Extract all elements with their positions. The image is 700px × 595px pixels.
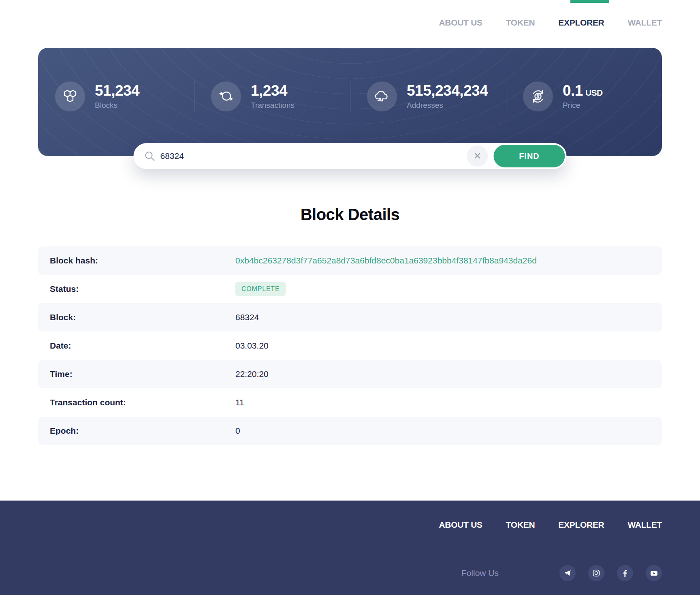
stat-price-label: Price <box>563 101 603 110</box>
stat-transactions-value: 1,234 <box>251 83 295 99</box>
top-header: ABOUT US TOKEN EXPLORER WALLET <box>0 0 700 48</box>
time-value: 22:20:20 <box>235 369 269 379</box>
stat-blocks-label: Blocks <box>95 101 139 110</box>
block-number-value: 68324 <box>235 312 259 322</box>
table-row-date: Date: 03.03.20 <box>38 332 662 360</box>
footer-nav-wallet[interactable]: WALLET <box>627 520 662 530</box>
stat-price-value: 0.1USD <box>563 83 603 99</box>
footer: ABOUT US TOKEN EXPLORER WALLET Follow Us <box>0 501 700 595</box>
footer-social-section: Follow Us <box>461 565 662 581</box>
table-row-status: Status: COMPLETE <box>38 275 662 303</box>
instagram-icon[interactable] <box>588 565 604 581</box>
table-row-transaction-count: Transaction count: 11 <box>38 388 662 417</box>
stat-price-unit: USD <box>585 88 603 97</box>
price-icon <box>523 81 553 111</box>
hero-banner: 51,234 Blocks 1,234 Transactions <box>38 48 662 156</box>
stat-blocks: 51,234 Blocks <box>38 81 194 111</box>
table-row-block: Block: 68324 <box>38 303 662 332</box>
row-label: Transaction count: <box>38 398 235 407</box>
table-row-epoch: Epoch: 0 <box>38 417 662 445</box>
facebook-icon[interactable] <box>617 565 633 581</box>
block-hash-value[interactable]: 0xb4bc263278d3f77a652a8d73a6bfd8ec0ba1a6… <box>235 256 537 265</box>
top-nav: ABOUT US TOKEN EXPLORER WALLET <box>439 18 662 28</box>
social-links <box>559 565 662 581</box>
footer-nav-about-us[interactable]: ABOUT US <box>439 520 482 530</box>
nav-explorer[interactable]: EXPLORER <box>558 18 604 28</box>
footer-nav-explorer[interactable]: EXPLORER <box>558 520 604 530</box>
stat-transactions-label: Transactions <box>251 101 295 110</box>
transactions-icon <box>211 81 241 111</box>
table-row-time: Time: 22:20:20 <box>38 360 662 388</box>
stat-addresses: 515,234,234 Addresses <box>350 81 506 111</box>
transaction-count-value: 11 <box>235 398 244 407</box>
stat-addresses-label: Addresses <box>407 101 488 110</box>
youtube-icon[interactable] <box>646 565 662 581</box>
footer-nav: ABOUT US TOKEN EXPLORER WALLET <box>439 520 662 530</box>
nav-wallet[interactable]: WALLET <box>627 18 662 28</box>
search-input[interactable] <box>156 151 467 161</box>
find-button[interactable]: FIND <box>494 145 565 167</box>
row-label: Time: <box>38 369 235 379</box>
status-badge: COMPLETE <box>235 282 286 296</box>
epoch-value: 0 <box>235 426 240 436</box>
hero-section: 51,234 Blocks 1,234 Transactions <box>38 48 662 156</box>
stat-blocks-value: 51,234 <box>95 83 139 99</box>
telegram-icon[interactable] <box>559 565 576 581</box>
blocks-icon <box>55 81 85 111</box>
row-label: Epoch: <box>38 426 235 436</box>
row-label: Status: <box>38 284 235 294</box>
stat-addresses-value: 515,234,234 <box>407 83 488 99</box>
nav-about-us[interactable]: ABOUT US <box>439 18 482 28</box>
search-icon <box>144 150 156 162</box>
addresses-icon <box>367 81 397 111</box>
active-tab-indicator <box>570 0 609 3</box>
page-title: Block Details <box>0 205 700 224</box>
stat-price: 0.1USD Price <box>506 81 662 111</box>
footer-nav-token[interactable]: TOKEN <box>506 520 535 530</box>
details-table: Block hash: 0xb4bc263278d3f77a652a8d73a6… <box>38 246 662 445</box>
clear-search-button[interactable]: ✕ <box>467 146 488 167</box>
stat-transactions: 1,234 Transactions <box>194 81 350 111</box>
date-value: 03.03.20 <box>235 341 269 351</box>
row-label: Date: <box>38 341 235 351</box>
footer-divider <box>38 549 662 549</box>
row-label: Block hash: <box>38 256 235 265</box>
row-label: Block: <box>38 312 235 322</box>
nav-token[interactable]: TOKEN <box>506 18 535 28</box>
search-bar: ✕ FIND <box>134 143 567 169</box>
follow-us-label: Follow Us <box>461 568 499 578</box>
table-row-block-hash: Block hash: 0xb4bc263278d3f77a652a8d73a6… <box>38 246 662 275</box>
